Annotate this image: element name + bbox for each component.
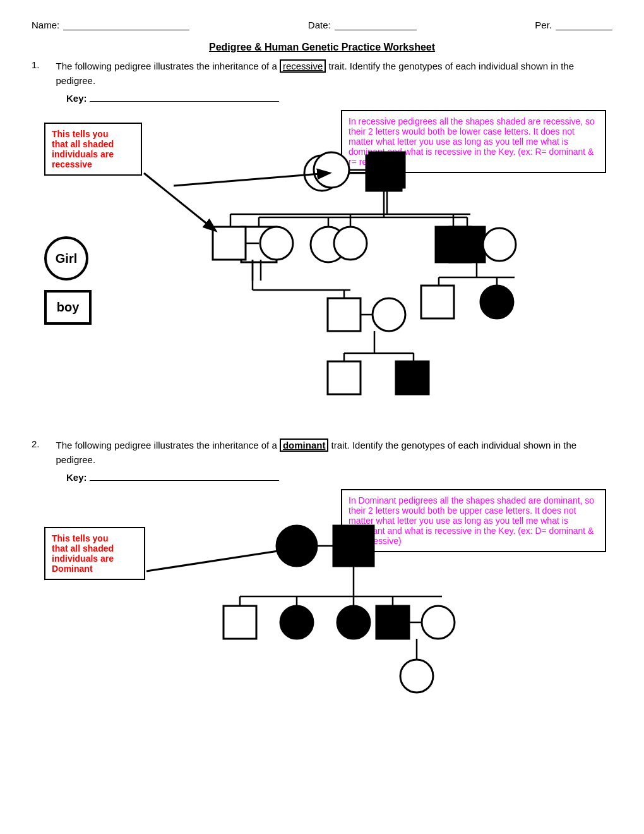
name-label: Name: [32, 20, 59, 30]
q1-number: 1. [32, 59, 40, 70]
boy-label: boy [57, 300, 80, 315]
pedigree2-main-svg [170, 502, 518, 767]
svg-rect-49 [224, 606, 256, 639]
q1-key: Key: [66, 90, 612, 104]
question-1-block: 1. The following pedigree illustrates th… [32, 59, 612, 104]
gen2-male-filled [450, 227, 485, 262]
annotation2-dominant: Dominant [52, 564, 93, 574]
name-field: Name: [32, 19, 189, 30]
girl-circle: Girl [44, 236, 88, 281]
legend-boy: boy [44, 290, 92, 325]
gen2-female1 [311, 227, 346, 262]
pedigree1-svg [158, 129, 587, 420]
girl-label: Girl [56, 251, 77, 266]
svg-point-59 [400, 660, 433, 692]
svg-rect-45 [333, 526, 374, 566]
q2-key: Key: [66, 469, 612, 483]
q2-prefix: The following pedigree illustrates the i… [56, 440, 277, 450]
gen1-male-filled [366, 155, 402, 191]
pedigree1-area: This tells you that all shaded individua… [32, 110, 612, 426]
svg-point-51 [280, 606, 313, 639]
q2-number: 2. [32, 438, 40, 449]
pedigree2-area: This tells you that all shaded individua… [32, 489, 612, 767]
question-2-block: 2. The following pedigree illustrates th… [32, 438, 612, 483]
date-input[interactable] [335, 19, 417, 30]
legend-area: Girl boy [44, 236, 92, 325]
svg-point-57 [422, 606, 455, 639]
date-label: Date: [308, 20, 331, 30]
q2-trait: dominant [280, 438, 329, 452]
svg-point-53 [337, 606, 370, 639]
gen2-male1 [241, 227, 277, 262]
boy-square: boy [44, 290, 92, 325]
date-field: Date: [308, 19, 417, 30]
per-field: Per. [535, 19, 612, 30]
svg-rect-55 [376, 606, 409, 639]
annotation1-box: This tells you that all shaded individua… [44, 123, 142, 176]
svg-point-43 [277, 526, 317, 566]
q1-trait: recessive [280, 59, 326, 73]
name-input[interactable] [63, 19, 189, 30]
per-input[interactable] [556, 19, 612, 30]
per-label: Per. [535, 20, 552, 30]
worksheet-title: Pedigree & Human Genetic Practice Worksh… [32, 42, 612, 53]
annotation2-box: This tells you that all shaded individua… [44, 527, 145, 580]
q2-text: The following pedigree illustrates the i… [56, 438, 612, 467]
q1-text: The following pedigree illustrates the i… [56, 59, 612, 88]
q1-prefix: The following pedigree illustrates the i… [56, 61, 277, 71]
legend-girl: Girl [44, 236, 92, 281]
gen1-female [304, 155, 340, 191]
